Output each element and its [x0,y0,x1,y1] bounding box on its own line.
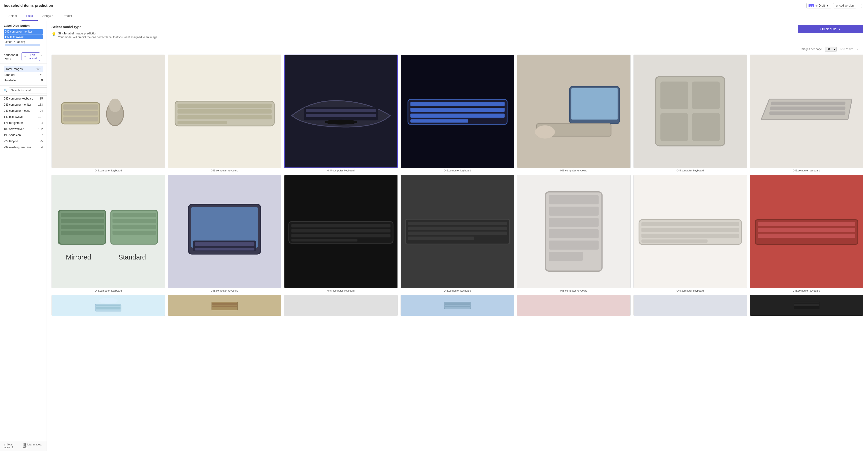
collapse-icon[interactable]: ⌃ [40,55,43,59]
image-thumb[interactable] [168,295,281,316]
image-card: 045.computer-keyboard [284,55,398,172]
unlabeled-row: Unlabeled 0 [4,78,43,83]
page-nav: ‹ › [857,47,863,52]
header: household-items-prediction V1 Draft ▼ ⊕ … [0,0,868,11]
unlabeled-label: Unlabeled [4,79,18,82]
image-thumb[interactable] [284,295,398,316]
search-input[interactable] [9,87,47,93]
image-card [401,295,514,316]
tab-predict[interactable]: Predict [58,11,76,21]
svg-rect-51 [291,224,391,228]
image-thumb[interactable] [401,55,514,168]
tab-select[interactable]: Select [4,11,22,21]
list-item[interactable]: 229.tricycle 95 [0,138,46,144]
label-count: 107 [38,115,43,119]
total-images-label: Total images [6,67,23,71]
images-area: Images per page 30 50 100 1-30 of 871 ‹ … [47,43,868,451]
svg-rect-83 [212,304,237,305]
image-thumb[interactable] [633,55,747,168]
image-thumb[interactable] [52,295,165,316]
label-dist-title: Label Distribution [4,24,43,27]
dist-item-microwave[interactable]: 142.microwave [4,34,43,39]
list-item[interactable]: 045.computer-keyboard 85 [0,95,46,102]
svg-point-14 [325,120,358,125]
image-label: 045.computer-keyboard [95,289,122,292]
svg-rect-42 [113,231,156,235]
svg-rect-78 [96,307,121,308]
next-page-button[interactable]: › [860,47,863,52]
keyboard-svg [637,198,744,266]
svg-rect-64 [549,229,599,238]
add-version-button[interactable]: ⊕ Add version [833,3,856,8]
dist-item-monitor[interactable]: 046.computer-monitor [4,29,43,34]
svg-rect-88 [445,306,470,307]
list-item[interactable]: 239.washing-machine 84 [0,144,46,150]
version-selector[interactable]: V1 Draft ▼ [806,3,831,8]
image-thumb[interactable] [401,295,514,316]
image-thumb[interactable] [517,175,631,288]
keyboard-svg [287,201,395,263]
list-item[interactable]: 142.microwave 107 [0,114,46,120]
svg-rect-10 [178,121,227,124]
list-item[interactable]: 180.screwdriver 102 [0,126,46,132]
svg-rect-8 [178,109,272,114]
prev-page-button[interactable]: ‹ [857,47,860,52]
images-header: Images per page 30 50 100 1-30 of 871 ‹ … [52,47,863,52]
dist-item-other[interactable]: Other (7 Labels) [4,39,43,47]
model-type-title: Select model type [52,25,793,29]
svg-rect-25 [660,82,688,109]
list-item[interactable]: 171.refrigerator 84 [0,120,46,126]
image-thumb[interactable] [517,55,631,168]
svg-rect-29 [771,101,845,105]
image-card: 045.computer-keyboard [633,175,747,292]
main-layout: Label Distribution 046.computer-monitor … [0,21,868,451]
image-thumb[interactable] [517,295,631,316]
image-thumb[interactable] [633,295,747,316]
draft-label: Draft [819,4,825,7]
image-thumb[interactable] [284,55,398,168]
total-images-count: 871 [36,67,41,71]
image-thumb[interactable] [750,295,863,316]
image-label: 045.computer-keyboard [211,289,238,292]
search-icon: 🔍 [4,89,7,92]
stats-section: Total images 871 Labeled 871 Unlabeled 0 [0,63,46,86]
svg-rect-54 [291,239,358,241]
page-range-label: 1-30 of 871 [839,48,854,51]
image-label: 045.computer-keyboard [444,289,471,292]
image-thumb[interactable] [750,175,863,288]
list-item[interactable]: 195.soda-can 87 [0,132,46,138]
svg-rect-16 [410,102,504,106]
edit-dataset-button[interactable]: ✏ Edit dataset [22,53,40,61]
svg-rect-57 [408,227,507,230]
image-thumb[interactable]: Mirrored Standard [52,175,165,288]
image-grid: 045.computer-keyboard 045.computer-keyb [52,55,863,172]
header-actions: V1 Draft ▼ ⊕ Add version ⋮ [806,2,864,9]
svg-rect-77 [96,305,121,306]
image-thumb[interactable] [52,55,165,168]
svg-text:Mirrored: Mirrored [66,253,91,261]
tab-build[interactable]: Build [22,11,38,21]
image-grid-row2: Mirrored Standard 045.computer-keyboard [52,175,863,292]
image-thumb[interactable] [284,175,398,288]
image-thumb[interactable] [168,175,281,288]
svg-rect-21 [571,88,618,120]
svg-rect-1 [63,105,98,110]
image-thumb[interactable] [401,175,514,288]
list-item[interactable]: 047.computer-mouse 94 [0,108,46,114]
tab-analyze[interactable]: Analyze [38,11,58,21]
image-label: 045.computer-keyboard [677,169,704,172]
svg-rect-9 [178,115,272,119]
more-button[interactable]: ⋮ [858,2,864,9]
list-item[interactable]: 046.computer-monitor 133 [0,102,46,108]
image-card: 045.computer-keyboard [517,175,631,292]
image-thumb[interactable] [633,175,747,288]
image-thumb[interactable] [750,55,863,168]
svg-rect-28 [692,113,720,141]
quick-build-button[interactable]: Quick build ▼ [798,25,863,33]
label-name: 142.microwave [4,115,23,119]
svg-rect-62 [549,207,599,216]
dataset-name: household-items [4,53,22,60]
image-card [517,295,631,316]
image-thumb[interactable] [168,55,281,168]
per-page-select[interactable]: 30 50 100 [825,47,837,52]
